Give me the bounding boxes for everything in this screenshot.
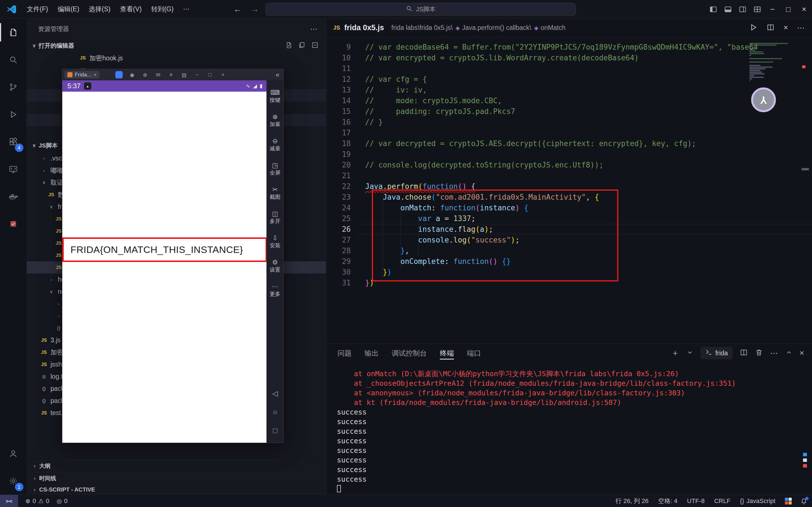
mail-icon[interactable]: ✉ xyxy=(155,72,162,78)
open-editor-item[interactable]: JS加密hook.js xyxy=(27,52,326,64)
code-area[interactable]: 9101112131415161718192021222324252627282… xyxy=(326,37,812,343)
activity-run-debug-icon[interactable] xyxy=(0,101,27,128)
more-actions-icon[interactable]: ⋯ xyxy=(310,25,317,34)
split-editor-icon[interactable] xyxy=(767,23,774,33)
breadcrumb-item[interactable]: ◈onMatch xyxy=(533,24,566,32)
menu-item[interactable]: 编辑(E) xyxy=(53,0,84,18)
new-file-icon[interactable] xyxy=(285,42,293,50)
code-line[interactable]: // mode: cryptoJS.mode.CBC, xyxy=(358,95,812,106)
activity-extensions-icon[interactable]: 4 xyxy=(0,128,27,155)
globe-icon[interactable]: ⊕ xyxy=(142,72,149,78)
android-screen[interactable]: 5:37 ▴ ∿◢▮ FRIDA{ON_MATCH_THIS_INSTANCE} xyxy=(62,80,267,443)
problems-indicator[interactable]: ⊗ 0 ⚠ 0 xyxy=(25,497,49,505)
code-line[interactable]: // console.log(decrypted.toString(crypto… xyxy=(358,160,812,170)
activity-source-control-icon[interactable] xyxy=(0,73,27,101)
code-line[interactable] xyxy=(358,149,812,160)
emulator-tool-volume-down[interactable]: ⊖减量 xyxy=(270,132,281,157)
forward-arrow-icon[interactable]: → xyxy=(251,5,259,14)
emulator-window[interactable]: Frida... × ◉⊕✉≡▤−□× « 5:37 ▴ ∿◢▮ FRIDA{O… xyxy=(62,69,284,443)
emulator-app-tab[interactable]: Frida... × xyxy=(65,71,100,79)
kill-terminal-icon[interactable] xyxy=(755,348,763,357)
terminal-picker[interactable]: frida xyxy=(701,347,733,359)
language-mode[interactable]: {} JavaScript xyxy=(740,497,775,505)
emulator-tool-more[interactable]: ⋯更多 xyxy=(270,278,281,302)
run-file-icon[interactable] xyxy=(749,23,758,33)
toggle-secondary-sidebar-icon[interactable] xyxy=(735,0,750,19)
section-时间线[interactable]: ›时间线 xyxy=(27,472,326,485)
code-line[interactable]: // iv: iv, xyxy=(358,84,812,95)
code-line[interactable]: // padding: cryptoJS.pad.Pkcs7 xyxy=(358,106,812,117)
activity-docker-icon[interactable] xyxy=(0,183,27,210)
panel-tab-问题[interactable]: 问题 xyxy=(338,344,352,362)
panel-tab-调试控制台[interactable]: 调试控制台 xyxy=(392,344,427,362)
activity-explorer-icon[interactable] xyxy=(0,19,27,46)
maximize-icon[interactable]: □ xyxy=(207,72,214,78)
panel-tab-输出[interactable]: 输出 xyxy=(364,344,379,362)
minimize-button[interactable]: − xyxy=(765,0,780,19)
split-terminal-icon[interactable] xyxy=(740,348,748,357)
extension-status-icon[interactable] xyxy=(785,498,792,504)
emulator-titlebar[interactable]: Frida... × ◉⊕✉≡▤−□× « xyxy=(62,69,283,80)
close-icon[interactable]: × xyxy=(220,72,226,78)
indentation[interactable]: 空格: 4 xyxy=(658,497,677,505)
breadcrumb-item[interactable]: frida labs\frida 0x5.js\ xyxy=(391,24,453,32)
back-arrow-icon[interactable]: ← xyxy=(233,5,241,14)
controller-icon[interactable]: ◉ xyxy=(129,72,136,78)
cursor-position[interactable]: 行 26, 列 26 xyxy=(616,497,648,505)
window-icon[interactable]: ▤ xyxy=(181,72,187,78)
minimize-icon[interactable]: − xyxy=(194,72,200,78)
customize-layout-icon[interactable] xyxy=(750,0,765,19)
minimap[interactable] xyxy=(749,43,789,82)
code-line[interactable] xyxy=(358,63,812,74)
close-button[interactable]: × xyxy=(796,0,812,19)
menu-icon[interactable]: ≡ xyxy=(168,72,175,78)
eol-indicator[interactable]: CRLF xyxy=(714,497,730,505)
notifications-bell-icon[interactable] xyxy=(800,497,808,505)
terminal-output[interactable]: at onMatch (D:\新桌面\MC小杨的python学习文件夹\JS脚本… xyxy=(326,362,812,495)
chevron-down-icon[interactable] xyxy=(687,349,693,357)
maximize-panel-icon[interactable] xyxy=(786,349,792,357)
close-all-icon[interactable] xyxy=(311,42,318,50)
code-line[interactable] xyxy=(358,170,812,181)
toggle-sidebar-icon[interactable] xyxy=(706,0,721,19)
section-CS-SCRIPT - ACTIVE[interactable]: ›CS-SCRIPT - ACTIVE xyxy=(27,485,326,495)
emulator-tool-keyboard[interactable]: ⌨按键 xyxy=(270,84,281,108)
activity-accounts-icon[interactable] xyxy=(0,440,27,467)
code-line[interactable]: // var cfg = { xyxy=(358,74,812,84)
maximize-button[interactable]: □ xyxy=(780,0,796,19)
more-actions-icon[interactable]: ⋯ xyxy=(797,23,805,33)
activity-remote-explorer-icon[interactable] xyxy=(0,155,27,183)
nav-back-icon[interactable]: ◁ xyxy=(267,389,283,398)
emulator-tool-screenshot[interactable]: ✂截图 xyxy=(270,181,281,205)
app-icon[interactable] xyxy=(115,71,123,78)
emulator-tool-settings[interactable]: ⚙设置 xyxy=(270,253,281,278)
menu-item[interactable]: 转到(G) xyxy=(146,0,178,18)
ports-indicator[interactable]: ◎ 0 xyxy=(57,497,68,505)
encoding[interactable]: UTF-8 xyxy=(687,497,705,505)
terminal-cursor[interactable] xyxy=(337,485,341,492)
scrollbar-thumb[interactable] xyxy=(802,168,809,170)
code-line[interactable] xyxy=(358,127,812,138)
menu-item[interactable]: 查看(V) xyxy=(115,0,147,18)
emulator-tool-fullscreen[interactable]: ◳全屏 xyxy=(270,157,281,181)
nav-home-icon[interactable]: ○ xyxy=(267,408,283,416)
menu-item[interactable]: 文件(F) xyxy=(22,0,53,18)
code-line[interactable]: // var encrypted = cryptoJS.lib.WordArra… xyxy=(358,52,812,63)
emulator-tool-install[interactable]: ⇩安装 xyxy=(270,229,281,253)
save-all-icon[interactable] xyxy=(298,42,306,50)
activity-extension-misc-icon[interactable] xyxy=(0,210,27,237)
close-icon[interactable]: × xyxy=(94,72,97,78)
panel-tab-端口[interactable]: 端口 xyxy=(467,344,481,362)
code-line[interactable]: // var decrypted = cryptoJS.AES.decrypt(… xyxy=(358,138,812,149)
open-editors-header[interactable]: ∨ 打开的编辑器 xyxy=(27,40,326,52)
activity-search-icon[interactable] xyxy=(0,46,27,73)
code-line[interactable]: // } xyxy=(358,117,812,127)
menu-item[interactable]: 选择(S) xyxy=(84,0,115,18)
close-editor-icon[interactable]: × xyxy=(784,23,788,32)
more-actions-icon[interactable]: ⋯ xyxy=(770,348,778,358)
menu-item[interactable]: ⋯ xyxy=(178,0,194,18)
command-center-search[interactable]: JS脚本 xyxy=(266,3,576,16)
close-panel-icon[interactable]: × xyxy=(800,348,804,357)
new-terminal-icon[interactable]: ＋ xyxy=(671,348,679,358)
breadcrumb-item[interactable]: ◈Java.perform() callback\ xyxy=(454,24,531,32)
